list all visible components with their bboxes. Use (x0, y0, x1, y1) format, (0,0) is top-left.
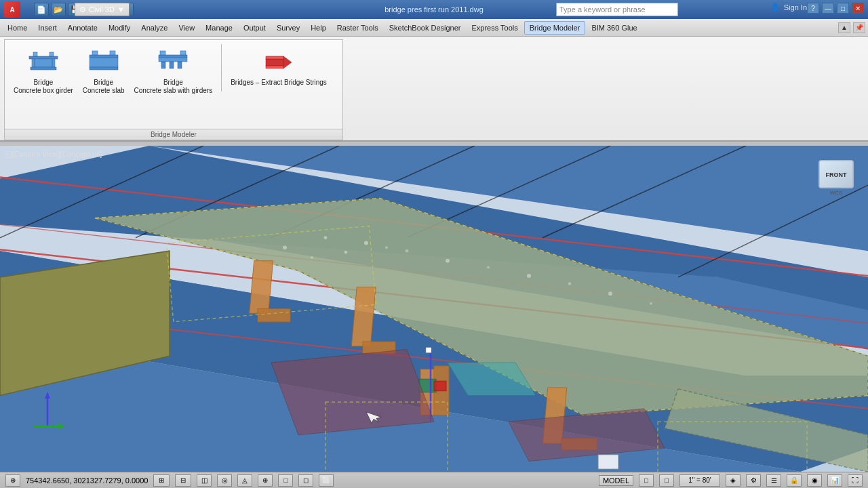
ui-lock[interactable]: 🔒 (787, 474, 802, 487)
info-button[interactable]: ? (807, 3, 819, 14)
otrack-button[interactable]: ⊕ (258, 474, 273, 487)
menu-bridge-modeler[interactable]: Bridge Modeler (524, 21, 586, 35)
workspace-icon: ⚙ (79, 5, 86, 14)
close-button[interactable]: ✕ (852, 3, 864, 14)
svg-text:FRONT: FRONT (826, 171, 847, 178)
isolate-objects[interactable]: ◉ (807, 474, 822, 487)
ortho-button[interactable]: ◫ (197, 474, 212, 487)
workspace-label: Civil 3D (89, 5, 115, 14)
svg-point-53 (406, 249, 409, 253)
svg-point-57 (568, 282, 572, 285)
svg-rect-22 (266, 66, 283, 68)
svg-point-50 (283, 245, 287, 249)
annotation-scale[interactable]: 1" = 80' (679, 474, 720, 487)
clean-screen[interactable]: ⛶ (848, 474, 863, 487)
search-placeholder: Type a keyword or phrase (559, 5, 646, 14)
ribbon-pin[interactable]: 📌 (853, 22, 865, 33)
ribbon-divider (221, 44, 222, 92)
svg-rect-66 (426, 348, 431, 353)
title-bar: A 📄 📂 💾 🖨 ↩ ↪ ⚙ Civil 3D ▼ bridge pres f… (0, 0, 868, 19)
menu-view[interactable]: View (174, 22, 199, 34)
svg-point-58 (608, 291, 612, 296)
menu-home[interactable]: Home (3, 22, 32, 34)
osnap-button[interactable]: ◬ (237, 474, 252, 487)
menu-survey[interactable]: Survey (272, 22, 304, 34)
bridge-box-girder-button[interactable]: BridgeConcrete box girder (10, 44, 77, 97)
extract-bridge-strings-label: Bridges – Extract Bridge Strings (231, 79, 327, 87)
menu-raster-tools[interactable]: Raster Tools (332, 22, 383, 34)
menu-help[interactable]: Help (306, 22, 331, 34)
svg-marker-69 (271, 350, 434, 435)
polar-button[interactable]: ◎ (217, 474, 232, 487)
snap-button[interactable]: ⊟ (175, 474, 191, 487)
svg-rect-18 (180, 51, 186, 55)
graphics-perf[interactable]: 📊 (827, 474, 842, 487)
sign-in-area: 👤 Sign In (770, 3, 807, 12)
svg-rect-8 (90, 55, 118, 58)
svg-rect-21 (266, 56, 283, 59)
lineweight-button[interactable]: □ (278, 474, 293, 487)
menu-sketchbook[interactable]: SketchBook Designer (384, 22, 466, 34)
menu-bim360[interactable]: BIM 360 Glue (587, 22, 642, 34)
layout1-button[interactable]: □ (639, 474, 654, 487)
bridge-concrete-slab-button[interactable]: BridgeConcrete slab (79, 44, 128, 97)
menu-analyze[interactable]: Analyze (136, 22, 172, 34)
svg-rect-6 (50, 52, 54, 56)
svg-rect-17 (160, 51, 165, 55)
restore-button[interactable]: □ (837, 3, 849, 14)
svg-point-54 (446, 259, 450, 263)
new-button[interactable]: 📄 (34, 3, 49, 16)
viewport[interactable]: [-][Custom View][Conceptual] FRONT WCS (0, 146, 868, 472)
open-button[interactable]: 📂 (51, 3, 66, 16)
workspace-selector[interactable]: ⚙ Civil 3D ▼ (75, 3, 130, 16)
menu-modify[interactable]: Modify (104, 22, 135, 34)
minimize-button[interactable]: — (822, 3, 834, 14)
bridge-box-girder-icon (27, 46, 60, 79)
view-cube[interactable]: FRONT WCS (814, 155, 854, 196)
svg-text:WCS: WCS (830, 190, 843, 196)
bridge-slab-girders-label: BridgeConcrete slab with girders (134, 79, 213, 95)
ribbon-content: BridgeConcrete box girder BridgeConcret (0, 37, 868, 140)
title-bar-left: A (4, 1, 20, 18)
extract-bridge-strings-button[interactable]: Bridges – Extract Bridge Strings (227, 44, 330, 89)
svg-rect-5 (33, 52, 37, 56)
bridge-scene-svg (0, 146, 868, 472)
svg-marker-76 (45, 392, 50, 399)
snap-grid-button[interactable]: ⊞ (153, 474, 170, 487)
menu-annotate[interactable]: Annotate (63, 22, 102, 34)
svg-rect-64 (434, 381, 446, 391)
menu-express-tools[interactable]: Express Tools (467, 22, 523, 34)
svg-rect-15 (170, 62, 174, 68)
menu-insert[interactable]: Insert (33, 22, 62, 34)
coordinate-bar: ⊕ 754342.6650, 3021327.7279, 0.0000 ⊞ ⊟ … (0, 472, 868, 488)
menu-output[interactable]: Output (239, 22, 271, 34)
coordinates-display: 754342.6650, 3021327.7279, 0.0000 (26, 476, 148, 485)
bridge-slab-girders-button[interactable]: BridgeConcrete slab with girders (131, 44, 216, 97)
ribbon-buttons: BridgeConcrete box girder BridgeConcret (5, 40, 342, 129)
svg-rect-14 (161, 62, 165, 68)
bridge-modeler-group: BridgeConcrete box girder BridgeConcret (4, 39, 343, 140)
svg-rect-7 (90, 58, 118, 67)
ribbon: BridgeConcrete box girder BridgeConcret (0, 37, 868, 142)
document-title: bridge pres first run 2011.dwg (384, 5, 484, 14)
autoscale-button[interactable]: ⚙ (746, 474, 761, 487)
axis-widget (20, 382, 75, 438)
svg-rect-1 (32, 59, 55, 67)
svg-point-52 (364, 241, 368, 245)
svg-rect-11 (110, 51, 115, 55)
menu-manage[interactable]: Manage (201, 22, 237, 34)
layout2-button[interactable]: □ (659, 474, 674, 487)
extract-bridge-strings-icon (262, 46, 295, 79)
workspace-switch[interactable]: ☰ (766, 474, 781, 487)
qpmode-button[interactable]: ⬜ (319, 474, 334, 487)
sign-in-label[interactable]: Sign In (784, 3, 807, 12)
svg-rect-42 (258, 309, 290, 322)
tpmode-button[interactable]: ◻ (298, 474, 313, 487)
bridge-concrete-slab-icon (87, 46, 120, 79)
crosshair-button[interactable]: ⊕ (5, 474, 20, 487)
ribbon-minimize[interactable]: ▲ (838, 22, 850, 33)
model-button[interactable]: MODEL (599, 475, 633, 486)
annotation-visibility[interactable]: ◈ (726, 474, 741, 487)
user-icon: 👤 (770, 3, 780, 12)
search-bar[interactable]: Type a keyword or phrase (556, 3, 678, 16)
